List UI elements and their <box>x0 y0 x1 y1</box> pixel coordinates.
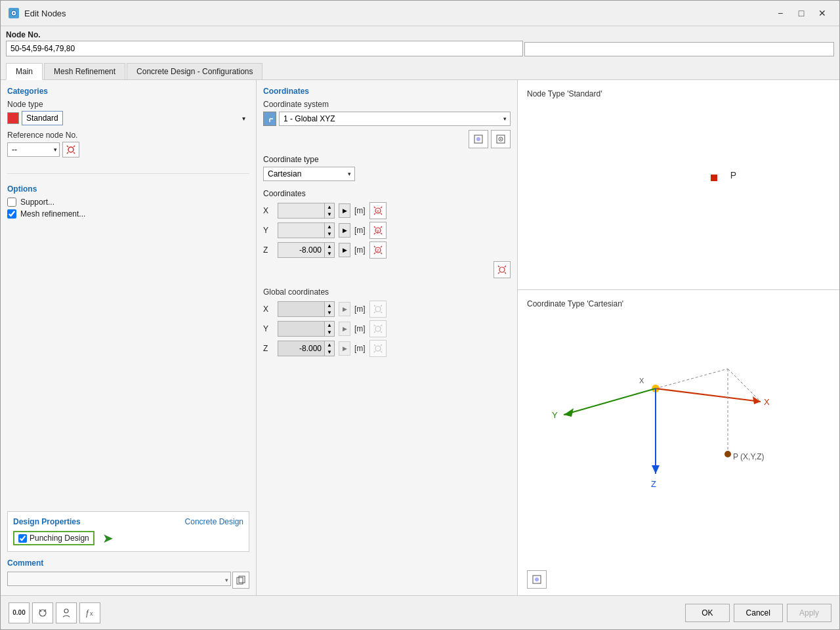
global-y-spin-up[interactable]: ▲ <box>325 322 334 329</box>
svg-text:P (X,Y,Z): P (X,Y,Z) <box>733 452 765 461</box>
bottom-right-buttons: OK Cancel Apply <box>685 604 831 622</box>
svg-line-48 <box>381 331 382 333</box>
y-spin-up[interactable]: ▲ <box>325 223 334 230</box>
ref-node-dropdown[interactable]: -- <box>7 142 60 157</box>
support-checkbox-row: Support... <box>7 198 249 207</box>
ref-node-pick-button[interactable] <box>62 142 79 158</box>
svg-point-44 <box>375 326 381 331</box>
coord-type-dropdown[interactable]: Cartesian <box>263 167 355 181</box>
z-pick-btn[interactable]: z <box>369 242 387 259</box>
middle-panel: Coordinates Coordinate system 1 - Global… <box>257 80 518 595</box>
global-z-spin-up[interactable]: ▲ <box>325 341 334 348</box>
support-label[interactable]: Support... <box>20 198 54 207</box>
pick-all-btn[interactable] <box>494 261 511 278</box>
support-checkbox[interactable] <box>7 198 16 207</box>
global-x-arrow-btn[interactable]: ▶ <box>339 302 350 316</box>
node-type-dropdown[interactable]: Standard <box>22 111 63 125</box>
bottom-icon-4[interactable]: ƒx <box>79 602 100 623</box>
z-input[interactable] <box>278 243 324 257</box>
svg-point-68 <box>724 451 731 457</box>
node-no-input[interactable] <box>6 41 523 56</box>
global-z-arrow-btn[interactable]: ▶ <box>339 341 350 356</box>
svg-line-6 <box>74 152 75 154</box>
cancel-button[interactable]: Cancel <box>734 604 783 622</box>
maximize-button[interactable]: □ <box>792 6 810 20</box>
x-input[interactable] <box>278 203 324 218</box>
svg-text:ƒ: ƒ <box>85 608 90 618</box>
coord-icon-btn-2[interactable] <box>491 130 511 148</box>
global-x-spin-down[interactable]: ▼ <box>325 309 334 316</box>
svg-text:X: X <box>639 377 644 385</box>
mesh-refinement-checkbox[interactable] <box>7 209 16 219</box>
svg-line-52 <box>374 351 375 352</box>
tab-concrete-design[interactable]: Concrete Design - Configurations <box>127 63 262 79</box>
tab-mesh-refinement[interactable]: Mesh Refinement <box>44 63 125 79</box>
mesh-refinement-label[interactable]: Mesh refinement... <box>20 209 85 219</box>
global-y-arrow-btn[interactable]: ▶ <box>339 322 350 336</box>
global-y-spin-down[interactable]: ▼ <box>325 329 334 336</box>
svg-line-65 <box>728 369 761 402</box>
svg-line-47 <box>374 331 375 333</box>
bottom-icon-1[interactable]: 0.00 <box>9 602 30 623</box>
x-arrow-btn[interactable]: ▶ <box>339 203 350 218</box>
svg-line-26 <box>381 233 382 234</box>
coord-system-dropdown[interactable]: 1 - Global XYZ <box>279 112 511 126</box>
bottom-icon-3[interactable] <box>56 602 77 623</box>
comment-copy-button[interactable] <box>232 572 249 589</box>
left-panel: Categories Node type Standard Reference … <box>1 80 257 595</box>
apply-button[interactable]: Apply <box>787 604 831 622</box>
z-spin-down[interactable]: ▼ <box>325 250 334 257</box>
x-pick-btn[interactable]: x <box>369 202 387 219</box>
global-x-spin-up[interactable]: ▲ <box>325 302 334 309</box>
options-header: Options <box>7 184 249 194</box>
global-x-pick-btn[interactable] <box>369 301 387 318</box>
close-button[interactable]: ✕ <box>813 6 831 20</box>
coord-type-panel-title: Coordinate Type 'Cartesian' <box>527 299 830 308</box>
y-arrow-btn[interactable]: ▶ <box>339 223 350 238</box>
node-no-label: Node No. <box>6 30 523 39</box>
node-type-panel-title: Node Type 'Standard' <box>527 89 602 98</box>
coord-system-label: Coordinate system <box>263 100 329 109</box>
ok-button[interactable]: OK <box>685 604 729 622</box>
coord-icon-btn-1[interactable] <box>469 130 488 148</box>
global-y-input <box>278 322 324 336</box>
bottom-panel-icon[interactable] <box>527 570 547 589</box>
punching-label[interactable]: Punching Design <box>30 534 89 543</box>
punching-checkbox[interactable] <box>18 534 27 543</box>
svg-line-32 <box>381 253 382 254</box>
minimize-button[interactable]: − <box>771 6 789 20</box>
x-spin-down[interactable]: ▼ <box>325 211 334 218</box>
svg-marker-56 <box>753 396 761 404</box>
global-z-pick-btn[interactable] <box>369 340 387 357</box>
z-spin-up[interactable]: ▲ <box>325 243 334 250</box>
z-coord-row: Z ▲ ▼ ▶ [m] z <box>263 242 511 259</box>
panel-icon-btn[interactable] <box>527 570 547 589</box>
bottom-icon-2[interactable] <box>32 602 53 623</box>
window-controls: − □ ✕ <box>771 6 831 20</box>
global-y-row: Y ▲ ▼ ▶ [m] <box>263 320 511 337</box>
x-spin-up[interactable]: ▲ <box>325 203 334 211</box>
global-x-input <box>278 302 324 316</box>
y-input-wrapper: ▲ ▼ <box>278 222 335 238</box>
punching-design-box: Punching Design <box>13 531 94 545</box>
punching-row: Punching Design ➤ <box>13 530 243 546</box>
node-no-right-input[interactable] <box>524 42 835 56</box>
concrete-design-link[interactable]: Concrete Design <box>185 517 243 526</box>
y-input[interactable] <box>278 223 324 238</box>
y-pick-btn[interactable]: y <box>369 222 387 239</box>
global-y-pick-btn[interactable] <box>369 320 387 337</box>
z-arrow-btn[interactable]: ▶ <box>339 243 350 257</box>
tab-main[interactable]: Main <box>6 63 43 80</box>
svg-line-55 <box>656 388 761 402</box>
y-spin-down[interactable]: ▼ <box>325 230 334 238</box>
svg-line-35 <box>498 266 499 267</box>
svg-point-15 <box>500 138 501 140</box>
comment-section: Comment ▾ <box>7 558 249 589</box>
comment-input[interactable] <box>7 572 231 586</box>
svg-point-39 <box>375 306 381 312</box>
global-z-input <box>278 341 324 356</box>
global-x-label: X <box>263 304 274 314</box>
right-panel: Node Type 'Standard' P Coordinate Type '… <box>518 80 839 595</box>
node-type-color <box>7 112 19 124</box>
global-z-spin-down[interactable]: ▼ <box>325 348 334 356</box>
